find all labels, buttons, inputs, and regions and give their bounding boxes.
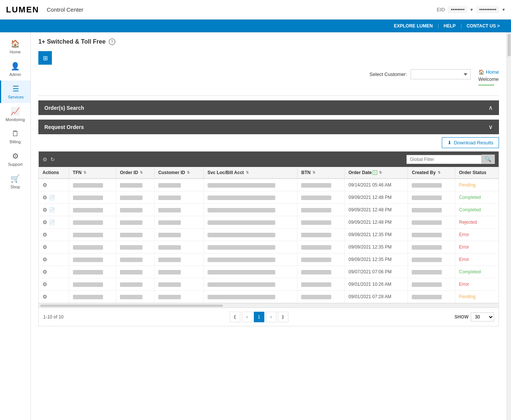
col-order-status-sort[interactable]: Order Status [459, 170, 495, 175]
sidebar-item-admin[interactable]: 👤 Admin [0, 58, 30, 80]
home-nav-link[interactable]: 🏠 Home [478, 69, 499, 75]
sidebar-label-services: Services [8, 95, 24, 99]
action-gear-icon[interactable]: ⚙ [42, 281, 47, 287]
btn-value [301, 258, 331, 262]
action-gear-icon[interactable]: ⚙ [42, 219, 47, 225]
order-id-value [120, 208, 143, 212]
horizontal-scroll-bar[interactable] [39, 303, 499, 308]
col-svc-loc-sort[interactable]: Svc Loc/Bill Acct ⇅ [208, 170, 294, 175]
order-search-section-header[interactable]: Order(s) Search ∧ [38, 100, 499, 115]
status-badge: Pending [459, 182, 476, 188]
svc-loc-value [208, 270, 275, 274]
service-icon-button[interactable]: ⊞ [38, 51, 52, 65]
refresh-icon-button[interactable]: ↻ [50, 156, 55, 162]
col-customer-id-sort[interactable]: Customer ID ⇅ [158, 170, 200, 175]
sidebar-item-home[interactable]: 🏠 Home [0, 35, 30, 58]
btn-value [301, 196, 331, 200]
sidebar-item-services[interactable]: ☰ Services [0, 80, 30, 103]
col-tfn-sort[interactable]: TFN ⇅ [73, 170, 112, 175]
pagination-prev-button[interactable]: ‹ [242, 312, 252, 322]
request-orders-header[interactable]: Request Orders ∨ [38, 120, 499, 134]
customer-select-group: Select Customer: [370, 69, 471, 79]
sidebar-label-monitoring: Monitoring [6, 117, 25, 122]
table-container: ⚙ ↻ 🔍 [38, 151, 499, 326]
tfn-value [73, 208, 103, 212]
action-gear-icon[interactable]: ⚙ [42, 294, 47, 300]
pagination-last-button[interactable]: ⟫ [278, 312, 288, 322]
download-results-button[interactable]: ⬇ Download Results [442, 137, 499, 148]
col-created-by-sort[interactable]: Created By ⇅ [412, 170, 451, 175]
action-doc-icon[interactable]: 📄 [49, 220, 55, 225]
order-search-chevron-up-icon: ∧ [488, 104, 493, 111]
global-filter-input[interactable] [406, 155, 482, 164]
table-row: ⚙📄09/09/2021 12:48 PMCompleted [39, 191, 499, 204]
cell-svc-loc [203, 266, 297, 278]
cell-order-id [116, 241, 155, 253]
col-order-id-sort[interactable]: Order ID ⇅ [120, 170, 150, 175]
settings-icon-button[interactable]: ⚙ [42, 156, 47, 162]
account-chevron-icon[interactable]: ▾ [502, 7, 505, 12]
user-name: •••••••••• [478, 83, 499, 88]
tfn-value [73, 183, 103, 188]
tfn-value [73, 295, 103, 299]
customer-select-dropdown[interactable] [411, 69, 471, 79]
status-badge: Error [459, 282, 469, 287]
download-results-label: Download Results [454, 140, 493, 146]
global-filter-search-button[interactable]: 🔍 [482, 155, 495, 164]
contact-us-link[interactable]: CONTACT US > [461, 23, 505, 29]
cell-created-by [408, 204, 455, 216]
action-gear-icon[interactable]: ⚙ [42, 194, 47, 200]
help-circle-icon[interactable]: ? [109, 38, 115, 45]
download-icon: ⬇ [447, 140, 452, 146]
explore-lumen-link[interactable]: EXPLORE LUMEN [389, 23, 438, 29]
order-date-info-icon[interactable]: i [373, 170, 377, 175]
tfn-value [73, 220, 103, 225]
action-icons: ⚙ [42, 269, 65, 275]
action-gear-icon[interactable]: ⚙ [42, 182, 47, 188]
cell-btn [297, 278, 344, 291]
show-per-page-select[interactable]: 30 [471, 312, 494, 321]
sidebar-item-monitoring[interactable]: 📈 Monitoring [0, 103, 30, 126]
created-by-value [412, 208, 442, 212]
home-widget: 🏠 Home Welcome •••••••••• [478, 69, 499, 88]
sidebar-item-support[interactable]: ⚙ Support [0, 148, 30, 170]
sidebar-item-billing[interactable]: 🗒 Billing [0, 126, 30, 148]
pagination-first-button[interactable]: ⟪ [230, 312, 240, 322]
customer-id-sort-icon: ⇅ [187, 171, 190, 174]
action-doc-icon[interactable]: 📄 [49, 195, 55, 200]
eid-chevron-icon[interactable]: ▾ [470, 7, 473, 12]
home-link-label: Home [486, 69, 499, 75]
action-gear-icon[interactable]: ⚙ [42, 207, 47, 213]
table-row: ⚙📄09/09/2021 12:48 PMCompleted [39, 204, 499, 216]
pagination-page-1-button[interactable]: 1 [254, 312, 264, 322]
select-customer-label: Select Customer: [370, 71, 407, 77]
pagination-next-button[interactable]: › [266, 312, 276, 322]
col-order-date-sort[interactable]: Order Date i ⇅ [349, 170, 404, 175]
action-gear-icon[interactable]: ⚙ [42, 232, 47, 238]
table-row: ⚙09/09/2021 12:35 PMError [39, 241, 499, 253]
lumen-logo: LUMEN [6, 5, 39, 15]
action-gear-icon[interactable]: ⚙ [42, 269, 47, 275]
sidebar-item-shop[interactable]: 🛒 Shop [0, 170, 30, 193]
page-title: 1+ Switched & Toll Free [38, 38, 106, 45]
cell-svc-loc [203, 241, 297, 253]
cell-customer-id [154, 179, 203, 191]
col-btn-sort[interactable]: BTN ⇅ [301, 170, 340, 175]
cell-created-by [408, 291, 455, 303]
action-doc-icon[interactable]: 📄 [49, 207, 55, 213]
cell-customer-id [154, 204, 203, 216]
cell-order-id [116, 291, 155, 303]
help-link[interactable]: HELP [438, 23, 461, 29]
action-gear-icon[interactable]: ⚙ [42, 256, 47, 262]
vertical-scrollbar[interactable] [506, 32, 511, 420]
btn-value [301, 295, 331, 299]
table-scroll-wrap: Actions TFN ⇅ Order ID ⇅ C [39, 167, 499, 303]
action-gear-icon[interactable]: ⚙ [42, 244, 47, 250]
cell-order-status: Error [455, 278, 499, 291]
btn-value [301, 233, 331, 237]
tfn-value [73, 233, 103, 237]
col-actions-sort[interactable]: Actions [42, 170, 65, 175]
status-badge: Error [459, 232, 469, 237]
cell-actions: ⚙ [39, 241, 69, 253]
cell-actions: ⚙📄 [39, 191, 69, 204]
